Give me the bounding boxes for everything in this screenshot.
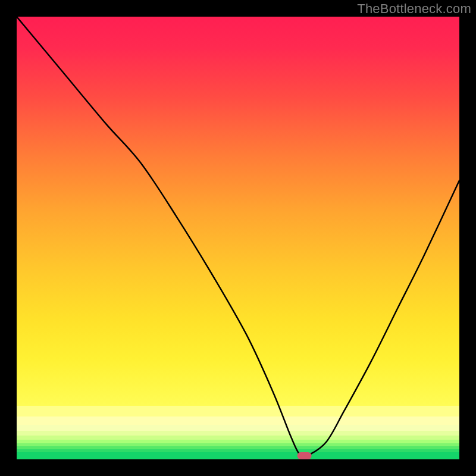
gradient-background-main [17,17,459,406]
svg-rect-0 [17,406,459,416]
svg-rect-9 [17,452,459,459]
svg-rect-1 [17,416,459,425]
svg-rect-5 [17,440,459,443]
optimal-point-marker [298,452,312,459]
gradient-bands [17,406,459,459]
watermark-text: TheBottleneck.com [357,1,471,17]
svg-rect-7 [17,446,459,449]
chart-plot [17,17,459,459]
svg-rect-3 [17,431,459,436]
svg-rect-4 [17,436,459,440]
svg-rect-2 [17,425,459,431]
svg-rect-8 [17,449,459,452]
chart-frame: TheBottleneck.com [0,0,476,476]
svg-rect-6 [17,443,459,446]
